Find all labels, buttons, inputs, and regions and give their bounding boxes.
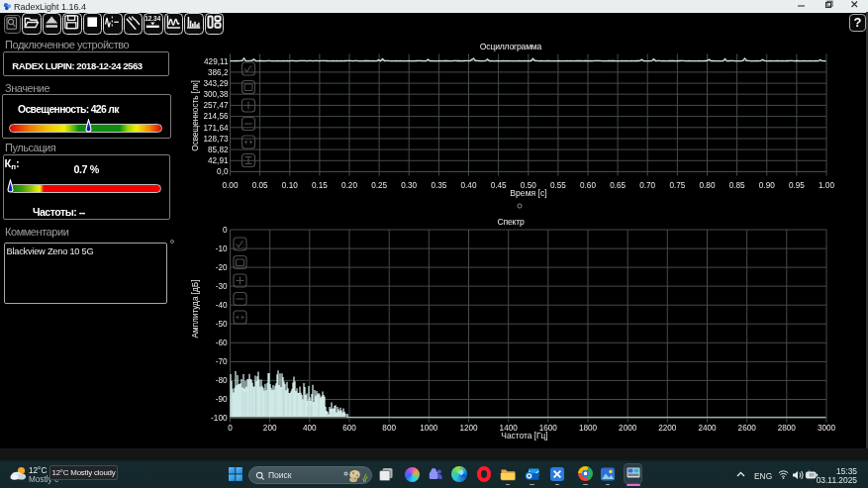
svg-text:0.00: 0.00 [223,181,239,190]
svg-text:0,0: 0,0 [217,167,229,176]
svg-text:2400: 2400 [698,424,717,433]
svg-text:-90: -90 [216,395,228,404]
svg-text:0.25: 0.25 [371,181,387,190]
svg-text:0.15: 0.15 [312,181,328,190]
svg-text:-50: -50 [216,320,228,329]
svg-text:0.95: 0.95 [789,181,805,190]
svg-text:171,64: 171,64 [203,124,228,133]
svg-text:0: 0 [228,424,233,433]
svg-text:0.20: 0.20 [341,181,357,190]
svg-text:257,47: 257,47 [203,101,228,110]
svg-text:400: 400 [303,424,317,433]
svg-text:300,38: 300,38 [203,90,228,99]
svg-text:Освещенность [лк]: Освещенность [лк] [191,80,200,150]
svg-text:128,73: 128,73 [203,135,228,144]
svg-text:386,2: 386,2 [208,68,229,77]
svg-text:1800: 1800 [579,424,598,433]
svg-text:Частота [Гц]: Частота [Гц] [501,431,547,440]
svg-text:429,11: 429,11 [204,57,229,66]
svg-text:600: 600 [342,424,356,433]
svg-text:0.65: 0.65 [610,181,626,190]
svg-text:3000: 3000 [818,424,836,433]
svg-text:200: 200 [263,424,277,433]
svg-text:-70: -70 [216,357,228,366]
svg-text:-80: -80 [216,376,228,385]
svg-text:2200: 2200 [658,424,677,433]
svg-text:343,29: 343,29 [203,79,228,88]
svg-text:0.40: 0.40 [461,181,477,190]
svg-text:-10: -10 [216,244,228,253]
svg-text:0.60: 0.60 [580,181,596,190]
svg-text:2000: 2000 [619,424,637,433]
svg-text:1000: 1000 [420,424,438,433]
svg-text:Осциллограмма: Осциллограмма [480,42,542,51]
svg-text:2600: 2600 [738,424,757,433]
svg-text:1200: 1200 [459,424,478,433]
svg-text:800: 800 [382,424,396,433]
svg-text:12.34: 12.34 [145,15,160,22]
svg-text:0.35: 0.35 [431,181,446,190]
svg-text:1.00: 1.00 [819,181,834,190]
svg-text:Спектр: Спектр [497,217,524,227]
svg-text:-20: -20 [216,263,228,272]
svg-text:0.80: 0.80 [700,181,716,190]
svg-text:0: 0 [223,226,228,235]
svg-text:0.10: 0.10 [282,181,298,190]
svg-text:-60: -60 [216,339,228,347]
svg-text:0.45: 0.45 [491,181,507,190]
svg-text:2800: 2800 [778,424,797,433]
svg-text:0.90: 0.90 [759,181,775,190]
svg-text:0.30: 0.30 [401,181,417,190]
svg-text:0.55: 0.55 [550,181,566,190]
svg-text:-30: -30 [216,282,228,291]
svg-text:85,82: 85,82 [208,146,229,154]
svg-text:0.75: 0.75 [669,181,685,190]
svg-text:Амплитуда [дБ]: Амплитуда [дБ] [191,280,200,339]
svg-text:0.85: 0.85 [729,181,745,190]
svg-text:42,91: 42,91 [208,156,229,165]
svg-text:Время [с]: Время [с] [510,188,546,198]
svg-text:-100: -100 [211,414,228,423]
svg-text:214,56: 214,56 [203,112,228,121]
svg-text:0.05: 0.05 [252,181,268,190]
svg-text:0.70: 0.70 [639,181,655,190]
svg-text:-40: -40 [216,301,228,310]
